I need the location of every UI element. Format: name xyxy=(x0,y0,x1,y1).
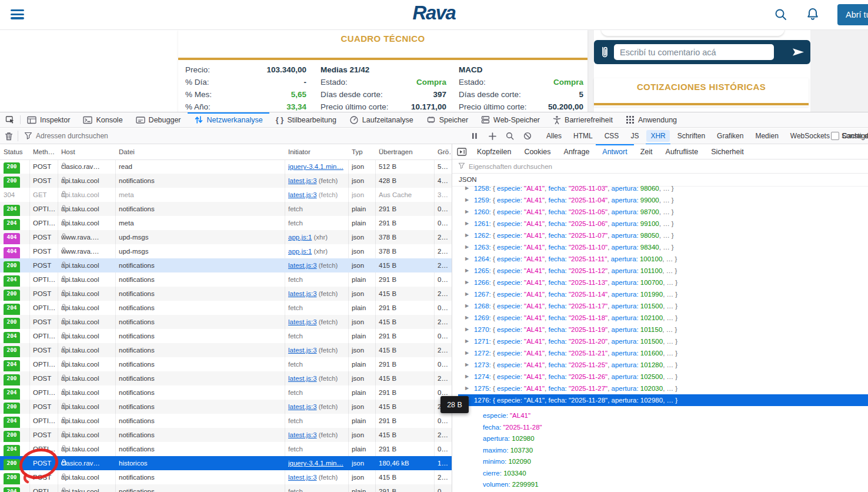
pick-element-icon[interactable] xyxy=(0,112,20,127)
expand-triangle-icon[interactable]: ▶ xyxy=(465,253,472,265)
expand-triangle-icon[interactable]: ▶ xyxy=(465,277,472,288)
url-filter-input[interactable]: Adressen durchsuchen xyxy=(36,132,108,140)
network-request-row[interactable]: 204OPTI…api.taku.coolnotificationsfetchp… xyxy=(0,484,452,492)
network-request-row[interactable]: 304GETapi.taku.coolmetalatest.js:3 (fetc… xyxy=(0,188,452,202)
network-request-row[interactable]: 200POSTapi.taku.coolnotificationslatest.… xyxy=(0,400,452,414)
type-filter-css[interactable]: CSS xyxy=(600,130,623,142)
expand-triangle-icon[interactable]: ▶ xyxy=(465,371,472,383)
network-request-row[interactable]: 204OPTI…api.taku.coolnotificationsfetchp… xyxy=(0,442,452,456)
expand-triangle-icon[interactable]: ▶ xyxy=(465,312,472,324)
comment-input[interactable] xyxy=(614,44,774,60)
network-request-row[interactable]: 200POSTapi.taku.coolnotificationslatest.… xyxy=(0,174,452,188)
json-entry-1269[interactable]: ▶1269: { especie: "AL41", fecha: "2025-1… xyxy=(452,312,868,324)
network-request-row[interactable]: 200POSTclasico.rav…historicosjquery-3.4.… xyxy=(0,456,452,470)
notifications-bell-icon[interactable] xyxy=(806,7,820,25)
request-table-header[interactable]: StatusMeth…HostDateiInitiatorTypÜbertrag… xyxy=(0,144,452,160)
json-property-especie[interactable]: especie: "AL41" xyxy=(483,410,530,421)
json-entry-1275[interactable]: ▶1275: { especie: "AL41", fecha: "2025-1… xyxy=(452,383,868,394)
network-request-row[interactable]: 204OPTI…api.taku.coolnotificationsfetchp… xyxy=(0,414,452,428)
json-entry-1273[interactable]: ▶1273: { especie: "AL41", fecha: "2025-1… xyxy=(452,359,868,371)
devtools-tab-web-storage[interactable]: Web-Speicher xyxy=(475,112,546,127)
network-request-row[interactable]: 204OPTI…api.taku.coolnotificationsfetchp… xyxy=(0,329,452,343)
expand-triangle-icon[interactable]: ▶ xyxy=(465,347,472,359)
column-header[interactable]: Initiator xyxy=(288,144,347,159)
json-property-cierre[interactable]: cierre: 103340 xyxy=(483,467,526,479)
devtools-tab-memory[interactable]: Speicher xyxy=(420,112,475,127)
json-entry-1268[interactable]: ▶1268: { especie: "AL41", fecha: "2025-1… xyxy=(452,300,868,312)
json-entry-1264[interactable]: ▶1264: { especie: "AL41", fecha: "2025-1… xyxy=(452,253,868,265)
open-account-button[interactable]: Abrí tu xyxy=(837,4,868,25)
search-icon[interactable] xyxy=(774,8,788,24)
initiator-link[interactable]: latest.js:3 xyxy=(288,403,317,410)
column-header[interactable]: Datei xyxy=(119,144,283,159)
devtools-tab-debugger[interactable]: Debugger xyxy=(129,112,188,127)
response-tab-cookies[interactable]: Cookies xyxy=(518,144,557,159)
json-entry-1260[interactable]: ▶1260: { especie: "AL41", fecha: "2025-1… xyxy=(452,206,868,218)
json-property-timestamp[interactable]: timestamp: 1764300000 xyxy=(483,490,555,492)
clear-requests-trash-icon[interactable] xyxy=(0,132,18,141)
type-filter-websockets[interactable]: WebSockets xyxy=(786,130,834,142)
play-panel-icon[interactable] xyxy=(457,144,467,159)
network-request-row[interactable]: 200POSTapi.taku.coolnotificationslatest.… xyxy=(0,371,452,385)
network-request-row[interactable]: 200POSTapi.taku.coolnotificationslatest.… xyxy=(0,343,452,357)
json-entry-1258[interactable]: ▶1258: { especie: "AL41", fecha: "2025-1… xyxy=(452,186,868,194)
response-tab-request[interactable]: Anfrage xyxy=(557,144,596,159)
network-request-row[interactable]: 404POSTwww.rava.…upd-msgsapp.js:1 (xhr)j… xyxy=(0,244,452,258)
response-tab-security[interactable]: Sicherheit xyxy=(705,144,750,159)
expand-triangle-icon[interactable]: ▶ xyxy=(465,265,472,277)
search-requests-icon[interactable] xyxy=(503,132,516,140)
response-tab-stack-trace[interactable]: Aufrufliste xyxy=(659,144,705,159)
devtools-tab-network[interactable]: Netzwerkanalyse xyxy=(188,112,269,127)
column-header[interactable]: Meth… xyxy=(33,144,58,159)
properties-filter[interactable]: Eigenschaften durchsuchen xyxy=(452,159,868,174)
pause-traffic-icon[interactable] xyxy=(468,132,481,139)
expand-triangle-icon[interactable]: ▶ xyxy=(465,383,472,394)
type-filter-alles[interactable]: Alles xyxy=(542,130,566,142)
json-entry-1272[interactable]: ▶1272: { especie: "AL41", fecha: "2025-1… xyxy=(452,347,868,359)
network-request-row[interactable]: 200POSTapi.taku.coolnotificationslatest.… xyxy=(0,470,452,484)
network-request-row[interactable]: 200POSTapi.taku.coolnotificationslatest.… xyxy=(0,258,452,272)
initiator-link[interactable]: latest.js:3 xyxy=(288,191,317,198)
json-entry-1262[interactable]: ▶1262: { especie: "AL41", fecha: "2025-1… xyxy=(452,230,868,241)
json-entry-1265[interactable]: ▶1265: { especie: "AL41", fecha: "2025-1… xyxy=(452,265,868,277)
response-tab-headers[interactable]: Kopfzeilen xyxy=(470,144,518,159)
expand-triangle-icon[interactable]: ▶ xyxy=(465,230,472,241)
initiator-link[interactable]: latest.js:3 xyxy=(288,431,317,438)
expand-triangle-icon[interactable]: ▶ xyxy=(465,300,472,312)
json-property-fecha[interactable]: fecha: "2025-11-28" xyxy=(483,421,542,433)
network-request-row[interactable]: 200POSTapi.taku.coolnotificationslatest.… xyxy=(0,287,452,301)
network-request-row[interactable]: 204OPTI…api.taku.coolnotificationsfetchp… xyxy=(0,385,452,400)
new-request-plus-icon[interactable] xyxy=(486,132,499,140)
json-entry-1261[interactable]: ▶1261: { especie: "AL41", fecha: "2025-1… xyxy=(452,218,868,230)
devtools-tab-inspector[interactable]: Inspektor xyxy=(21,112,76,127)
initiator-link[interactable]: latest.js:3 xyxy=(288,177,317,184)
initiator-link[interactable]: jquery-3.4.1.min… xyxy=(288,460,343,467)
devtools-tab-application[interactable]: Anwendung xyxy=(619,112,683,127)
expand-triangle-icon[interactable]: ▶ xyxy=(465,288,472,300)
column-header[interactable]: Host xyxy=(61,144,114,159)
json-entry-1271[interactable]: ▶1271: { especie: "AL41", fecha: "2025-1… xyxy=(452,335,868,347)
json-entry-1263[interactable]: ▶1263: { especie: "AL41", fecha: "2025-1… xyxy=(452,241,868,253)
network-request-row[interactable]: 204OPTI…api.taku.coolnotificationsfetchp… xyxy=(0,272,452,287)
json-entry-1267[interactable]: ▶1267: { especie: "AL41", fecha: "2025-1… xyxy=(452,288,868,300)
expand-triangle-icon[interactable]: ▶ xyxy=(465,324,472,335)
json-property-minimo[interactable]: minimo: 102090 xyxy=(483,456,531,467)
initiator-link[interactable]: app.js:1 xyxy=(288,248,312,255)
initiator-link[interactable]: jquery-3.4.1.min… xyxy=(288,163,343,170)
json-entry-1274[interactable]: ▶1274: { especie: "AL41", fecha: "2025-1… xyxy=(452,371,868,383)
network-request-row[interactable]: 200POSTclasico.rav…readjquery-3.4.1.min…… xyxy=(0,159,452,174)
json-property-volumen[interactable]: volumen: 2299991 xyxy=(483,478,539,490)
expand-triangle-icon[interactable]: ▶ xyxy=(465,194,472,206)
type-filter-schriften[interactable]: Schriften xyxy=(673,130,709,142)
json-entry-1270[interactable]: ▶1270: { especie: "AL41", fecha: "2025-1… xyxy=(452,324,868,335)
column-header[interactable]: Übertragen xyxy=(379,144,433,159)
initiator-link[interactable]: latest.js:3 xyxy=(288,347,317,354)
network-request-row[interactable]: 404POSTwww.rava.…upd-msgsapp.js:1 (xhr)j… xyxy=(0,230,452,244)
expand-triangle-icon[interactable]: ▶ xyxy=(465,186,472,194)
expand-triangle-icon[interactable]: ▶ xyxy=(465,359,472,371)
devtools-tab-performance[interactable]: Laufzeitanalyse xyxy=(343,112,420,127)
network-request-row[interactable]: 204OPTI…api.taku.coolnotificationsfetchp… xyxy=(0,357,452,371)
disable-cache-checkbox[interactable] xyxy=(831,132,839,140)
column-header[interactable]: Grö… xyxy=(438,144,450,159)
attachment-paperclip-icon[interactable] xyxy=(600,45,610,62)
